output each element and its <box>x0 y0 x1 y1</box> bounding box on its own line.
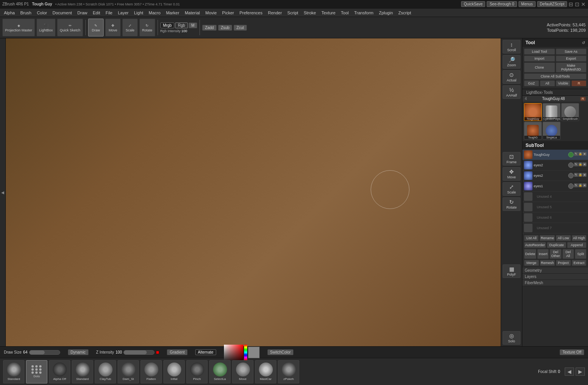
all-low-btn[interactable]: All Low <box>556 235 571 241</box>
fibermesh-section-label[interactable]: FiberMesh <box>522 280 588 286</box>
lightbox-btn[interactable]: ⬛ LightBox <box>36 19 56 36</box>
shelf-scroll-left-btn[interactable]: ◀ <box>565 368 574 376</box>
alternate-btn[interactable]: Alternate <box>195 349 216 355</box>
subtool-edit-eyes2a[interactable]: ✎ <box>574 162 578 166</box>
solo-btn[interactable]: ◎ Solo <box>503 331 520 345</box>
make-polymesh-btn[interactable]: Make PolyMesh3D <box>556 62 587 73</box>
geometry-section-label[interactable]: Geometry <box>522 268 588 274</box>
brush-flatten[interactable]: Flatten <box>140 360 162 383</box>
menus-btn[interactable]: Menus <box>519 1 536 7</box>
scale-canvas-btn[interactable]: ⤢ Scale <box>503 182 520 196</box>
merge-btn[interactable]: Merge <box>524 260 539 266</box>
menu-item-zplugin[interactable]: Zplugin <box>376 10 395 16</box>
menu-item-transform[interactable]: Transform <box>352 10 376 16</box>
subtool-item-unused7[interactable]: Unused 7 <box>522 223 588 233</box>
rename-btn[interactable]: Rename <box>539 235 555 241</box>
del-all-btn[interactable]: Del All <box>562 249 574 259</box>
polyf-btn[interactable]: ▦ PolyF <box>503 264 520 278</box>
subtool-item-unused5[interactable]: Unused 5 <box>522 202 588 212</box>
scroll-btn[interactable]: ↕ Scroll <box>503 40 520 54</box>
neutral-swatch[interactable] <box>248 347 260 358</box>
append-btn[interactable]: Append <box>567 242 586 248</box>
menu-item-preferences[interactable]: Preferences <box>237 10 265 16</box>
menu-item-light[interactable]: Light <box>132 10 146 16</box>
left-collapse-panel[interactable]: ◀ <box>0 38 6 346</box>
subtool-edit-eyes2b[interactable]: ✎ <box>574 173 578 177</box>
default-zscript-btn[interactable]: DefaultZScript <box>537 1 567 7</box>
import-btn[interactable]: Import <box>524 55 555 62</box>
delete-btn[interactable]: Delete <box>524 249 536 259</box>
insert-btn[interactable]: Insert <box>537 249 549 259</box>
menu-item-texture[interactable]: Texture <box>319 10 338 16</box>
menu-item-document[interactable]: Document <box>50 10 74 16</box>
subtool-lock-toughguy[interactable]: 🔒 <box>578 152 582 156</box>
quick-sketch-btn[interactable]: ✏ Quick Sketch <box>57 19 83 36</box>
brush-dam-st[interactable]: Dam_St <box>118 360 139 383</box>
tool-panel-reset[interactable]: ↺ <box>582 41 585 45</box>
brush-mastcar[interactable]: MastCar <box>255 360 276 383</box>
subtool-item-toughguy[interactable]: ToughGuy ✎ 🔒 👁 <box>522 150 588 160</box>
list-all-btn[interactable]: List All <box>524 235 539 241</box>
mrgb-btn[interactable]: Mrgb <box>160 22 175 28</box>
menu-item-movie[interactable]: Movie <box>203 10 219 16</box>
brush-selectla[interactable]: SelectLa <box>209 360 231 383</box>
zcut-btn[interactable]: Zcut <box>234 25 246 31</box>
m-btn[interactable]: M <box>189 22 197 28</box>
subtool-eye-eyes2b[interactable]: 👁 <box>583 173 586 177</box>
layers-section-label[interactable]: Layers <box>522 274 588 280</box>
hue-strip[interactable] <box>244 345 247 360</box>
subtool-lock-eyes2b[interactable]: 🔒 <box>578 173 582 177</box>
load-tool-btn[interactable]: Load Tool <box>524 48 555 55</box>
draw-size-slider[interactable] <box>29 350 60 355</box>
subtool-edit-eyes1[interactable]: ✎ <box>574 183 578 187</box>
texture-off-btn[interactable]: Texture Off <box>560 349 584 355</box>
menu-item-render[interactable]: Render <box>265 10 284 16</box>
menu-item-edit[interactable]: Edit <box>90 10 102 16</box>
clone-all-subtools-btn[interactable]: Clone All SubTools <box>524 73 586 79</box>
subtool-eye-eyes1[interactable]: 👁 <box>583 183 586 187</box>
menu-item-brush[interactable]: Brush <box>18 10 34 16</box>
lightbox-tools-label[interactable]: LightBox› Tools <box>524 90 555 95</box>
menu-item-layer[interactable]: Layer <box>116 10 131 16</box>
tool-thumb-toughguy[interactable]: ToughGuy <box>524 103 542 121</box>
export-btn[interactable]: Export <box>556 55 587 62</box>
subtool-item-unused4[interactable]: Unused 4 <box>522 192 588 202</box>
auto-reorder-btn[interactable]: AutoReorder <box>524 242 546 248</box>
menu-item-alpha[interactable]: Alpha <box>2 10 17 16</box>
menu-item-material[interactable]: Material <box>182 10 202 16</box>
remesh-btn[interactable]: Remesh <box>540 260 555 266</box>
subtool-lock-eyes2a[interactable]: 🔒 <box>578 162 582 166</box>
move-canvas-btn[interactable]: ✥ Move <box>503 167 520 181</box>
zadd-btn[interactable]: Zadd <box>202 25 217 31</box>
subtool-edit-toughguy[interactable]: ✎ <box>574 152 578 156</box>
brush-inflat[interactable]: Inflat <box>163 360 185 383</box>
subtool-item-eyes2b[interactable]: eyes2 ✎ 🔒 👁 <box>522 171 588 181</box>
subtool-visible-eyes1[interactable] <box>568 183 574 189</box>
subtool-item-eyes2a[interactable]: eyes2 ✎ 🔒 👁 <box>522 160 588 171</box>
goz-btn[interactable]: GoZ <box>524 80 539 86</box>
brush-zpokeh[interactable]: zPokeh <box>278 360 299 383</box>
brush-dots[interactable]: Dots <box>26 360 47 383</box>
brush-claytub[interactable]: ClayTub <box>95 360 116 383</box>
color-gradient-box[interactable] <box>224 345 247 360</box>
zoom-btn[interactable]: 🔎 Zoom <box>503 55 520 69</box>
save-as-btn[interactable]: Save As <box>556 48 587 55</box>
brush-pinch[interactable]: Pinch <box>186 360 208 383</box>
del-other-btn[interactable]: Del Other <box>550 249 561 259</box>
menu-item-color[interactable]: Color <box>35 10 49 16</box>
menu-item-stroke[interactable]: Stroke <box>301 10 318 16</box>
duplicate-btn[interactable]: Duplicate <box>547 242 566 248</box>
subtool-item-unused6[interactable]: Unused 6 <box>522 212 588 223</box>
aahalf-btn[interactable]: ½ AAHalf <box>503 85 520 99</box>
clone-btn[interactable]: Clone <box>524 62 555 73</box>
all-btn[interactable]: All <box>540 80 555 86</box>
tool-thumb-simple[interactable]: SimpleBrush <box>561 103 579 121</box>
brush-alpha-off[interactable]: Alpha Off <box>49 360 70 383</box>
all-high-btn[interactable]: All High <box>572 235 586 241</box>
brush-standard-circle[interactable]: Standard <box>3 360 24 383</box>
menu-item-picker[interactable]: Picker <box>220 10 236 16</box>
frame-btn[interactable]: ⊡ Frame <box>503 152 520 166</box>
quicksave-btn[interactable]: QuickSave <box>461 1 485 7</box>
visible-btn[interactable]: Visible <box>556 80 571 86</box>
project-btn[interactable]: Project <box>556 260 571 266</box>
